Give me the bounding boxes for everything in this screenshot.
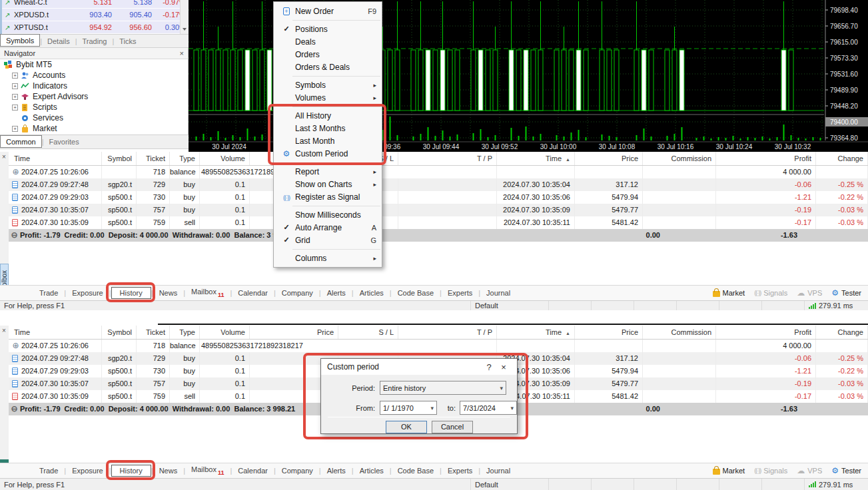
column-header-price[interactable]: Price xyxy=(575,326,643,339)
menu-item-positions[interactable]: ✓Positions xyxy=(274,23,382,35)
table-row[interactable]: ⊕2024.07.25 10:26:06718balance4895508253… xyxy=(9,166,868,178)
tab-favorites[interactable]: Favorites xyxy=(43,136,84,147)
sidebar-item-accounts[interactable]: +Accounts xyxy=(0,70,188,81)
close-icon[interactable]: × xyxy=(180,49,184,57)
to-date-field[interactable]: 7/31/2024 ▾ xyxy=(460,401,517,415)
tab-mailbox[interactable]: Mailbox11 xyxy=(185,465,230,475)
ok-button[interactable]: OK xyxy=(386,421,427,433)
period-select[interactable]: Entire history ▾ xyxy=(380,381,506,395)
close-icon[interactable]: × xyxy=(2,154,9,160)
column-header-time[interactable]: Time xyxy=(9,152,102,165)
close-icon[interactable]: × xyxy=(2,328,9,334)
status-profile[interactable]: Default xyxy=(470,479,548,490)
vps-button[interactable]: ☁VPS xyxy=(797,466,822,475)
column-header-type[interactable]: Type xyxy=(170,326,200,339)
column-header-time[interactable]: Time▲ xyxy=(497,326,575,339)
symbols-scrollbar[interactable] xyxy=(180,0,189,34)
tab-exposure[interactable]: Exposure xyxy=(66,289,109,297)
menu-item-all-history[interactable]: All History xyxy=(274,109,382,122)
column-header-change[interactable]: Change xyxy=(816,326,868,339)
table-row[interactable]: 2024.07.29 09:29:03sp500.t730buy0.12024.… xyxy=(9,191,868,204)
tab-journal[interactable]: Journal xyxy=(480,289,516,297)
tab-history[interactable]: History xyxy=(111,287,151,299)
table-row[interactable]: ⊕2024.07.25 10:26:06718balance4895508253… xyxy=(9,340,868,352)
column-header-time[interactable]: Time xyxy=(9,326,102,339)
tab-symbols[interactable]: Symbols xyxy=(0,34,40,47)
column-header-ticket[interactable]: Ticket xyxy=(137,326,170,339)
menu-item-register-as-signal[interactable]: ((·))Register as Signal xyxy=(274,190,382,203)
sidebar-item-market[interactable]: +Market xyxy=(0,123,188,134)
table-row[interactable]: 2024.07.30 10:35:07sp500.t757buy0.12024.… xyxy=(9,204,868,216)
menu-item-columns[interactable]: Columns▸ xyxy=(274,252,382,264)
tab-code-base[interactable]: Code Base xyxy=(392,289,440,297)
dialog-titlebar[interactable]: Custom period ? × xyxy=(321,359,517,375)
tab-ticks[interactable]: Ticks xyxy=(114,36,141,47)
menu-item-report[interactable]: Report▸ xyxy=(274,165,382,178)
expand-icon[interactable]: + xyxy=(12,83,18,89)
column-header-volume[interactable]: Volume xyxy=(200,152,250,165)
symbol-row[interactable]: ↗XPDUSD.t903.40905.40-0.17% xyxy=(2,9,189,21)
tab-journal[interactable]: Journal xyxy=(480,467,516,475)
column-header-change[interactable]: Change xyxy=(816,152,868,165)
symbol-row[interactable]: ↗XPTUSD.t954.92956.600.30% xyxy=(2,21,189,34)
vps-button[interactable]: ☁VPS xyxy=(797,288,822,298)
column-header-profit[interactable]: Profit xyxy=(716,152,816,165)
menu-item-volumes[interactable]: Volumes▸ xyxy=(274,91,382,104)
tab-mailbox[interactable]: Mailbox11 xyxy=(185,288,230,298)
market-button[interactable]: Market xyxy=(713,467,745,475)
menu-item-symbols[interactable]: Symbols▸ xyxy=(274,79,382,91)
sidebar-item-scripts[interactable]: +Scripts xyxy=(0,102,188,113)
sidebar-item-indicators[interactable]: +Indicators xyxy=(0,81,188,91)
expand-icon[interactable]: + xyxy=(12,126,18,132)
symbols-watchlist[interactable]: ↗Wheat-C.t5.1315.138-0.97%↗XPDUSD.t903.4… xyxy=(0,0,189,34)
from-date-field[interactable]: 1/ 1/1970 ▾ xyxy=(380,401,437,415)
column-header-profit[interactable]: Profit xyxy=(716,326,816,339)
tab-calendar[interactable]: Calendar xyxy=(232,289,274,297)
column-header-tp[interactable]: T / P xyxy=(398,152,497,165)
tab-articles[interactable]: Articles xyxy=(354,467,390,475)
signals-button[interactable]: ((·))Signals xyxy=(754,467,787,475)
tab-exposure[interactable]: Exposure xyxy=(66,467,109,475)
tab-trading[interactable]: Trading xyxy=(77,36,113,47)
menu-item-last-month[interactable]: Last Month xyxy=(274,134,382,147)
market-button[interactable]: Market xyxy=(713,289,745,297)
cancel-button[interactable]: Cancel xyxy=(432,421,473,433)
column-header-tp[interactable]: T / P xyxy=(398,326,497,339)
column-header-symbol[interactable]: Symbol xyxy=(102,152,137,165)
column-header-sl[interactable]: S / L xyxy=(338,326,398,339)
tab-experts[interactable]: Experts xyxy=(442,467,478,475)
column-header-type[interactable]: Type xyxy=(170,152,200,165)
column-header-commission[interactable]: Commission xyxy=(643,326,716,339)
menu-item-last-3-months[interactable]: Last 3 Months xyxy=(274,122,382,134)
column-header-time[interactable]: Time▲ xyxy=(497,152,575,165)
menu-item-custom-period[interactable]: ⚙Custom Period xyxy=(274,147,382,160)
tab-articles[interactable]: Articles xyxy=(354,289,390,297)
tester-button[interactable]: ⚙Tester xyxy=(831,288,861,298)
column-header-commission[interactable]: Commission xyxy=(643,152,716,165)
menu-item-show-milliseconds[interactable]: Show Milliseconds xyxy=(274,208,382,221)
menu-item-new-order[interactable]: +New OrderF9 xyxy=(274,5,382,17)
menu-item-orders[interactable]: Orders xyxy=(274,48,382,61)
menu-item-auto-arrange[interactable]: ✓Auto ArrangeA xyxy=(274,221,382,234)
help-icon[interactable]: ? xyxy=(482,362,496,372)
menu-item-show-on-charts[interactable]: Show on Charts▸ xyxy=(274,178,382,190)
tab-trade[interactable]: Trade xyxy=(33,289,64,297)
status-profile[interactable]: Default xyxy=(470,301,548,310)
expand-icon[interactable]: + xyxy=(12,73,18,79)
menu-item-orders-deals[interactable]: Orders & Deals xyxy=(274,61,382,73)
tab-common[interactable]: Common xyxy=(0,135,42,148)
column-header-volume[interactable]: Volume xyxy=(200,326,250,339)
tab-details[interactable]: Details xyxy=(42,36,75,47)
tester-button[interactable]: ⚙Tester xyxy=(831,466,861,475)
tab-history[interactable]: History xyxy=(111,465,151,477)
table-row[interactable]: 2024.07.29 09:27:48sgp20.t729buy0.12024.… xyxy=(9,178,868,191)
column-header-price[interactable]: Price xyxy=(575,152,643,165)
symbol-row[interactable]: ↗Wheat-C.t5.1315.138-0.97% xyxy=(2,0,189,9)
summary-row[interactable]: ⊖Profit: -1.79 Credit: 0.00 Deposit: 4 0… xyxy=(9,229,868,242)
signals-button[interactable]: ((·))Signals xyxy=(754,289,787,297)
tab-alerts[interactable]: Alerts xyxy=(321,289,352,297)
column-header-symbol[interactable]: Symbol xyxy=(102,326,137,339)
expand-icon[interactable]: + xyxy=(12,105,18,111)
tab-calendar[interactable]: Calendar xyxy=(232,467,274,475)
sidebar-item-services[interactable]: Services xyxy=(0,113,188,123)
